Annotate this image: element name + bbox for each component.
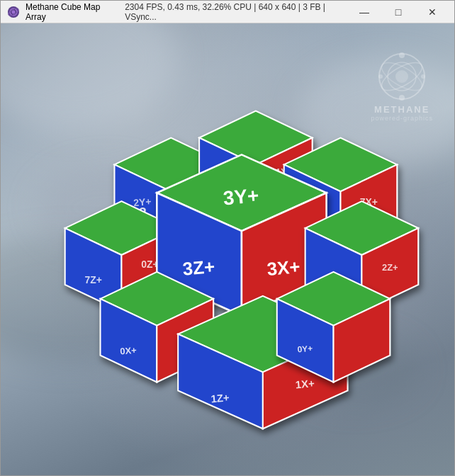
svg-text:0X+: 0X+ [120, 345, 137, 357]
svg-text:3Z+: 3Z+ [182, 256, 216, 279]
svg-text:0Z+: 0Z+ [141, 259, 158, 270]
svg-text:2Z+: 2Z+ [382, 262, 398, 273]
window-stats: 2304 FPS, 0.43 ms, 32.26% CPU | 640 x 64… [125, 2, 348, 22]
window-controls: — □ ✕ [348, 1, 449, 23]
svg-text:3X+: 3X+ [266, 256, 300, 279]
window-title: Methane Cube Map Array [26, 2, 118, 22]
titlebar: Methane Cube Map Array 2304 FPS, 0.43 ms… [1, 1, 454, 23]
app-icon [6, 5, 20, 19]
maximize-button[interactable]: □ [382, 1, 415, 23]
svg-text:2Y+: 2Y+ [133, 196, 152, 208]
svg-text:1Z+: 1Z+ [210, 391, 230, 404]
svg-text:7Z+: 7Z+ [84, 274, 101, 285]
close-button[interactable]: ✕ [416, 1, 449, 23]
main-window: Methane Cube Map Array 2304 FPS, 0.43 ms… [0, 0, 455, 476]
svg-point-2 [11, 10, 15, 13]
minimize-button[interactable]: — [348, 1, 381, 23]
svg-text:1X+: 1X+ [295, 377, 315, 390]
cube-scene: 2 2Y+ 6Z+ 1Y+ 7X [1, 23, 454, 475]
svg-text:0Y+: 0Y+ [297, 344, 313, 355]
svg-text:3Y+: 3Y+ [223, 184, 260, 209]
render-viewport: METHANE powered-graphics [1, 23, 454, 475]
